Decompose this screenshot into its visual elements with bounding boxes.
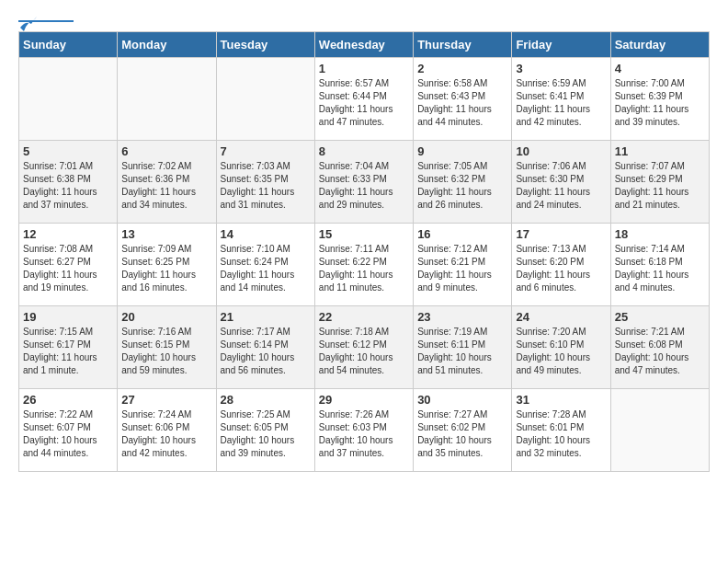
day-number: 16 (417, 227, 507, 241)
day-number: 6 (121, 144, 211, 158)
day-number: 1 (319, 62, 409, 75)
calendar-day-cell: 4Sunrise: 7:00 AM Sunset: 6:39 PM Daylig… (610, 58, 709, 141)
calendar-day-cell: 7Sunrise: 7:03 AM Sunset: 6:35 PM Daylig… (216, 141, 314, 224)
day-number: 2 (417, 62, 507, 75)
day-info: Sunrise: 7:11 AM Sunset: 6:22 PM Dayligh… (319, 243, 409, 294)
day-number: 15 (319, 227, 409, 241)
calendar-day-cell: 18Sunrise: 7:14 AM Sunset: 6:18 PM Dayli… (610, 224, 709, 306)
day-number: 18 (615, 227, 705, 241)
calendar-week-row: 26Sunrise: 7:22 AM Sunset: 6:07 PM Dayli… (19, 389, 710, 472)
calendar-day-cell (216, 58, 314, 141)
calendar-day-cell: 11Sunrise: 7:07 AM Sunset: 6:29 PM Dayli… (610, 141, 709, 224)
day-number: 26 (23, 393, 113, 407)
calendar-header-friday: Friday (512, 32, 610, 58)
day-info: Sunrise: 7:06 AM Sunset: 6:30 PM Dayligh… (516, 160, 606, 212)
day-number: 19 (23, 310, 113, 324)
calendar-header-monday: Monday (118, 32, 216, 58)
day-number: 22 (319, 310, 409, 324)
calendar-week-row: 1Sunrise: 6:57 AM Sunset: 6:44 PM Daylig… (19, 58, 710, 141)
calendar-header-wednesday: Wednesday (314, 32, 413, 58)
day-info: Sunrise: 7:12 AM Sunset: 6:21 PM Dayligh… (417, 243, 507, 294)
calendar-day-cell: 2Sunrise: 6:58 AM Sunset: 6:43 PM Daylig… (414, 58, 512, 141)
day-info: Sunrise: 7:15 AM Sunset: 6:17 PM Dayligh… (23, 326, 113, 377)
calendar-day-cell: 26Sunrise: 7:22 AM Sunset: 6:07 PM Dayli… (19, 389, 118, 472)
day-info: Sunrise: 7:00 AM Sunset: 6:39 PM Dayligh… (615, 77, 705, 129)
day-number: 3 (516, 62, 606, 75)
logo (18, 18, 74, 22)
calendar-day-cell: 22Sunrise: 7:18 AM Sunset: 6:12 PM Dayli… (314, 306, 413, 389)
day-info: Sunrise: 7:09 AM Sunset: 6:25 PM Dayligh… (121, 243, 211, 294)
day-info: Sunrise: 7:28 AM Sunset: 6:01 PM Dayligh… (516, 408, 606, 460)
day-number: 30 (417, 393, 507, 407)
day-info: Sunrise: 7:14 AM Sunset: 6:18 PM Dayligh… (615, 243, 705, 294)
calendar-day-cell (610, 389, 709, 472)
day-info: Sunrise: 7:07 AM Sunset: 6:29 PM Dayligh… (615, 160, 705, 212)
day-number: 9 (417, 144, 507, 158)
day-number: 21 (221, 310, 311, 324)
calendar-day-cell (118, 58, 216, 141)
calendar-week-row: 19Sunrise: 7:15 AM Sunset: 6:17 PM Dayli… (19, 306, 710, 389)
day-number: 29 (319, 393, 409, 407)
calendar-day-cell: 24Sunrise: 7:20 AM Sunset: 6:10 PM Dayli… (512, 306, 610, 389)
calendar-day-cell: 29Sunrise: 7:26 AM Sunset: 6:03 PM Dayli… (314, 389, 413, 472)
day-info: Sunrise: 7:01 AM Sunset: 6:38 PM Dayligh… (23, 160, 113, 212)
day-info: Sunrise: 7:27 AM Sunset: 6:02 PM Dayligh… (417, 408, 507, 460)
day-number: 25 (615, 310, 705, 324)
day-info: Sunrise: 7:20 AM Sunset: 6:10 PM Dayligh… (516, 326, 606, 377)
day-info: Sunrise: 7:19 AM Sunset: 6:11 PM Dayligh… (417, 326, 507, 377)
day-number: 23 (417, 310, 507, 324)
calendar-day-cell: 3Sunrise: 6:59 AM Sunset: 6:41 PM Daylig… (512, 58, 610, 141)
calendar-day-cell: 10Sunrise: 7:06 AM Sunset: 6:30 PM Dayli… (512, 141, 610, 224)
calendar-day-cell: 8Sunrise: 7:04 AM Sunset: 6:33 PM Daylig… (314, 141, 413, 224)
day-number: 4 (615, 62, 705, 75)
day-info: Sunrise: 7:03 AM Sunset: 6:35 PM Dayligh… (221, 160, 311, 212)
calendar-header-saturday: Saturday (610, 32, 709, 58)
day-info: Sunrise: 7:22 AM Sunset: 6:07 PM Dayligh… (23, 408, 113, 460)
calendar-week-row: 12Sunrise: 7:08 AM Sunset: 6:27 PM Dayli… (19, 224, 710, 306)
day-info: Sunrise: 7:18 AM Sunset: 6:12 PM Dayligh… (319, 326, 409, 377)
calendar-day-cell: 1Sunrise: 6:57 AM Sunset: 6:44 PM Daylig… (314, 58, 413, 141)
calendar-day-cell: 28Sunrise: 7:25 AM Sunset: 6:05 PM Dayli… (216, 389, 314, 472)
day-info: Sunrise: 7:04 AM Sunset: 6:33 PM Dayligh… (319, 160, 409, 212)
logo-bird-icon (18, 15, 39, 35)
calendar-day-cell: 12Sunrise: 7:08 AM Sunset: 6:27 PM Dayli… (19, 224, 118, 306)
day-info: Sunrise: 6:57 AM Sunset: 6:44 PM Dayligh… (319, 77, 409, 129)
calendar-header-tuesday: Tuesday (216, 32, 314, 58)
day-number: 8 (319, 144, 409, 158)
day-number: 12 (23, 227, 113, 241)
calendar-day-cell: 27Sunrise: 7:24 AM Sunset: 6:06 PM Dayli… (118, 389, 216, 472)
calendar-day-cell: 20Sunrise: 7:16 AM Sunset: 6:15 PM Dayli… (118, 306, 216, 389)
day-number: 13 (121, 227, 211, 241)
calendar-day-cell: 14Sunrise: 7:10 AM Sunset: 6:24 PM Dayli… (216, 224, 314, 306)
calendar-header-row: SundayMondayTuesdayWednesdayThursdayFrid… (19, 32, 710, 58)
day-info: Sunrise: 7:05 AM Sunset: 6:32 PM Dayligh… (417, 160, 507, 212)
calendar-day-cell: 15Sunrise: 7:11 AM Sunset: 6:22 PM Dayli… (314, 224, 413, 306)
day-number: 28 (221, 393, 311, 407)
day-info: Sunrise: 7:02 AM Sunset: 6:36 PM Dayligh… (121, 160, 211, 212)
calendar-day-cell: 31Sunrise: 7:28 AM Sunset: 6:01 PM Dayli… (512, 389, 610, 472)
calendar-day-cell (19, 58, 118, 141)
calendar-day-cell: 16Sunrise: 7:12 AM Sunset: 6:21 PM Dayli… (414, 224, 512, 306)
day-number: 5 (23, 144, 113, 158)
day-info: Sunrise: 7:25 AM Sunset: 6:05 PM Dayligh… (221, 408, 311, 460)
calendar-header-sunday: Sunday (19, 32, 118, 58)
calendar-week-row: 5Sunrise: 7:01 AM Sunset: 6:38 PM Daylig… (19, 141, 710, 224)
day-info: Sunrise: 7:17 AM Sunset: 6:14 PM Dayligh… (221, 326, 311, 377)
day-number: 24 (516, 310, 606, 324)
day-info: Sunrise: 7:16 AM Sunset: 6:15 PM Dayligh… (121, 326, 211, 377)
day-info: Sunrise: 6:58 AM Sunset: 6:43 PM Dayligh… (417, 77, 507, 129)
page-header (18, 18, 710, 22)
day-info: Sunrise: 7:13 AM Sunset: 6:20 PM Dayligh… (516, 243, 606, 294)
day-number: 14 (221, 227, 311, 241)
calendar-day-cell: 25Sunrise: 7:21 AM Sunset: 6:08 PM Dayli… (610, 306, 709, 389)
day-number: 10 (516, 144, 606, 158)
calendar-day-cell: 17Sunrise: 7:13 AM Sunset: 6:20 PM Dayli… (512, 224, 610, 306)
calendar-day-cell: 19Sunrise: 7:15 AM Sunset: 6:17 PM Dayli… (19, 306, 118, 389)
calendar-day-cell: 6Sunrise: 7:02 AM Sunset: 6:36 PM Daylig… (118, 141, 216, 224)
day-info: Sunrise: 7:10 AM Sunset: 6:24 PM Dayligh… (221, 243, 311, 294)
day-number: 17 (516, 227, 606, 241)
calendar-day-cell: 30Sunrise: 7:27 AM Sunset: 6:02 PM Dayli… (414, 389, 512, 472)
day-info: Sunrise: 7:08 AM Sunset: 6:27 PM Dayligh… (23, 243, 113, 294)
day-number: 31 (516, 393, 606, 407)
calendar-day-cell: 13Sunrise: 7:09 AM Sunset: 6:25 PM Dayli… (118, 224, 216, 306)
